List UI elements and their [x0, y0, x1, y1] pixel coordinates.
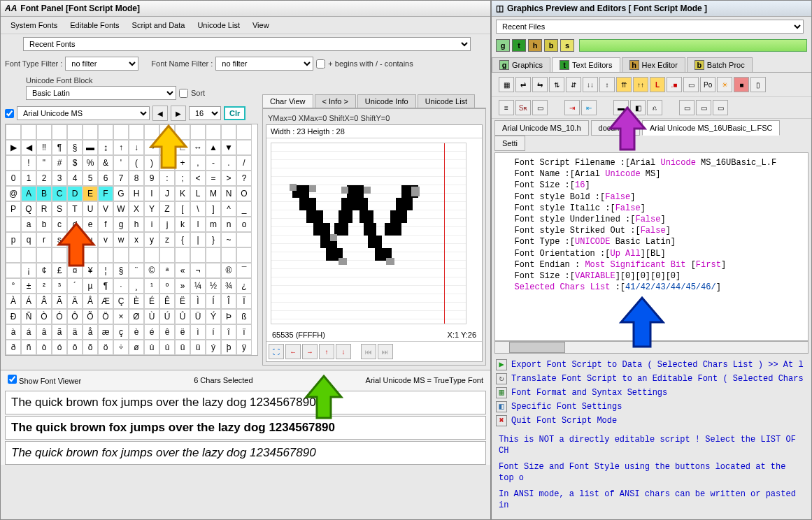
char-cell[interactable]: º — [159, 278, 175, 294]
char-cell[interactable]: S — [52, 201, 67, 217]
char-cell[interactable]: ß — [236, 309, 252, 324]
char-cell[interactable] — [113, 247, 129, 263]
char-cell[interactable]: Î — [221, 294, 236, 309]
char-cell[interactable]: § — [113, 263, 129, 278]
char-cell[interactable]: ê — [159, 324, 175, 340]
tool-L[interactable]: L — [650, 77, 665, 92]
char-cell[interactable]: ­ — [206, 263, 221, 278]
color-btn-t[interactable]: t — [512, 39, 526, 52]
char-cell[interactable]: Ê — [159, 294, 175, 309]
char-cell[interactable]: % — [83, 155, 98, 171]
char-cell[interactable]: T — [67, 201, 83, 217]
char-cell[interactable]: o — [236, 217, 252, 232]
char-cell[interactable]: n — [221, 217, 236, 232]
menu-editable-fonts[interactable]: Editable Fonts — [64, 19, 124, 31]
char-cell[interactable]: g — [113, 217, 129, 232]
char-cell[interactable]: ä — [67, 324, 83, 340]
char-cell[interactable]: & — [98, 155, 113, 171]
char-cell[interactable]: a — [21, 217, 36, 232]
char-cell[interactable]: $ — [67, 155, 83, 171]
char-cell[interactable]: Â — [36, 294, 52, 309]
char-cell[interactable]: ø — [129, 340, 144, 355]
char-cell[interactable]: P — [6, 201, 21, 217]
char-cell[interactable]: ¦ — [98, 263, 113, 278]
char-cell[interactable]: C — [52, 186, 67, 201]
char-cell[interactable]: ¢ — [36, 263, 52, 278]
tool-a1[interactable]: ⇄ — [515, 77, 531, 92]
char-cell[interactable]: ▲ — [206, 140, 221, 155]
char-cell[interactable]: µ — [83, 278, 98, 294]
char-cell[interactable]: ë — [175, 324, 190, 340]
char-cell[interactable]: Á — [21, 294, 36, 309]
color-btn-s[interactable]: s — [560, 39, 574, 52]
char-cell[interactable] — [175, 247, 190, 263]
tool-a4[interactable]: ⇵ — [566, 77, 581, 92]
char-cell[interactable]: = — [206, 171, 221, 186]
tool-sun[interactable]: ☀ — [717, 77, 732, 92]
char-cell[interactable]: ± — [21, 278, 36, 294]
char-cell[interactable]: 1 — [21, 171, 36, 186]
char-cell[interactable]: * — [159, 155, 175, 171]
char-cell[interactable]: ~ — [221, 232, 236, 247]
char-cell[interactable]: # — [52, 155, 67, 171]
char-cell[interactable]: Ú — [159, 309, 175, 324]
char-cell[interactable]: E — [83, 186, 98, 201]
char-cell[interactable] — [83, 124, 98, 140]
char-cell[interactable] — [206, 247, 221, 263]
char-cell[interactable]: È — [129, 294, 144, 309]
begins-checkbox[interactable] — [316, 59, 325, 68]
clr-button[interactable]: Clr — [224, 106, 245, 120]
char-cell[interactable]: Ð — [6, 309, 21, 324]
tool2-in[interactable]: ⇥ — [564, 100, 580, 115]
char-cell[interactable]: ; — [175, 171, 190, 186]
char-cell[interactable]: . — [221, 155, 236, 171]
char-cell[interactable] — [98, 124, 113, 140]
char-cell[interactable]: ¬ — [190, 263, 206, 278]
char-cell[interactable]: > — [221, 171, 236, 186]
char-cell[interactable] — [36, 124, 52, 140]
char-cell[interactable]: ¿ — [236, 278, 252, 294]
char-cell[interactable]: é — [144, 324, 159, 340]
tool-a2[interactable]: ⇆ — [532, 77, 548, 92]
char-cell[interactable]: § — [67, 140, 83, 155]
color-btn-g[interactable]: g — [496, 39, 510, 52]
tab-unicode-list[interactable]: Unicode List — [418, 94, 476, 108]
char-cell[interactable]: @ — [6, 186, 21, 201]
char-cell[interactable] — [236, 140, 252, 155]
color-btn-b[interactable]: b — [544, 39, 558, 52]
nav-up[interactable]: ↑ — [319, 344, 334, 359]
char-cell[interactable]: H — [129, 186, 144, 201]
char-cell[interactable] — [190, 247, 206, 263]
char-cell[interactable]: â — [36, 324, 52, 340]
char-cell[interactable]: R — [36, 201, 52, 217]
menu-view[interactable]: View — [247, 19, 275, 31]
tool-red[interactable]: ■ — [734, 77, 749, 92]
tool-dot[interactable]: .■ — [667, 77, 682, 92]
tab-char-view[interactable]: Char View — [262, 94, 313, 108]
char-cell[interactable]: j — [159, 217, 175, 232]
editor-tab-graphics[interactable]: gGraphics — [492, 57, 550, 72]
char-cell[interactable] — [36, 247, 52, 263]
char-cell[interactable]: Ö — [98, 309, 113, 324]
char-cell[interactable]: 4 — [67, 171, 83, 186]
tool-a3[interactable]: ⇅ — [549, 77, 564, 92]
char-cell[interactable]: _ — [236, 201, 252, 217]
char-cell[interactable]: Ï — [236, 294, 252, 309]
char-cell[interactable]: ∟ — [175, 140, 190, 155]
char-cell[interactable]: Û — [175, 309, 190, 324]
char-cell[interactable] — [236, 124, 252, 140]
char-cell[interactable]: ® — [221, 263, 236, 278]
filetab-2[interactable]: document — [591, 120, 640, 136]
hscrollbar[interactable] — [494, 341, 809, 354]
editor-tab-batch-proc[interactable]: bBatch Proc — [687, 57, 753, 72]
char-cell[interactable]: L — [190, 186, 206, 201]
char-cell[interactable] — [113, 124, 129, 140]
char-cell[interactable]: í — [206, 324, 221, 340]
char-cell[interactable]: Ì — [190, 294, 206, 309]
char-cell[interactable] — [6, 217, 21, 232]
tool-po[interactable]: Po — [700, 77, 715, 92]
tool2-box[interactable]: ▭ — [532, 100, 548, 115]
char-cell[interactable]: ) — [144, 155, 159, 171]
char-cell[interactable]: ü — [190, 340, 206, 355]
char-cell[interactable]: k — [175, 217, 190, 232]
